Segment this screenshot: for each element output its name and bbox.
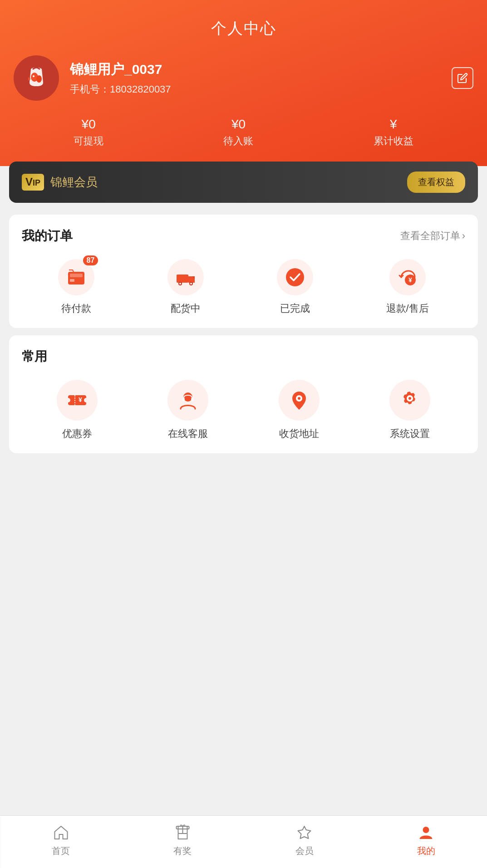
svg-point-9 [179,283,181,284]
mine-icon [417,823,436,842]
profile-info: 锦鲤用户_0037 手机号：18032820037 [70,60,452,96]
member-icon [295,823,314,842]
svg-point-12 [286,268,304,286]
edit-icon[interactable] [452,67,473,89]
svg-rect-5 [70,274,83,277]
nav-item-prize[interactable]: 有奖 [122,823,243,857]
shipping-label: 配货中 [171,302,201,315]
svg-point-11 [190,283,192,284]
nav-item-mine[interactable]: 我的 [365,823,487,857]
order-icon-completed-wrap [277,259,313,295]
svg-point-3 [33,75,34,77]
tools-card: 常用 ¥ 优惠券 [9,335,478,453]
order-item-refund[interactable]: ¥ 退款/售后 [386,259,429,315]
vip-banner[interactable]: VIP 锦鲤会员 查看权益 [9,162,478,203]
vip-benefits-button[interactable]: 查看权益 [407,172,465,193]
home-icon [51,823,70,842]
service-label: 在线客服 [168,427,208,441]
nav-label-mine: 我的 [417,845,435,857]
header-section: 个人中心 锦鲤用户_0037 手机号：18032820037 [0,0,487,166]
completed-label: 已完成 [280,302,310,315]
order-icons-row: 87 待付款 [22,259,465,315]
completed-icon [277,259,313,295]
vip-left: VIP 锦鲤会员 [22,174,98,191]
svg-text:¥: ¥ [79,396,82,403]
service-icon [167,380,208,421]
order-item-completed[interactable]: 已完成 [277,259,313,315]
orders-card: 我的订单 查看全部订单 › 87 [9,215,478,328]
pending-payment-badge: 87 [83,255,98,265]
settings-label: 系统设置 [390,427,430,441]
svg-rect-22 [191,398,193,401]
order-icon-shipping-wrap [167,259,204,295]
nav-item-home[interactable]: 首页 [0,823,122,857]
content-area: 我的订单 查看全部订单 › 87 [0,215,487,687]
svg-rect-21 [182,398,185,401]
username: 锦鲤用户_0037 [70,60,452,79]
tools-icons-row: ¥ 优惠券 在线客服 [22,380,465,441]
order-icon-pending-payment-wrap: 87 [58,259,94,295]
svg-point-24 [298,397,300,400]
order-icon-refund-wrap: ¥ [389,259,426,295]
tool-item-settings[interactable]: 系统设置 [389,380,430,441]
svg-rect-15 [68,395,86,405]
order-item-pending-payment[interactable]: 87 待付款 [58,259,94,315]
bottom-nav: 首页 有奖 会员 我的 [0,815,487,868]
order-item-shipping[interactable]: 配货中 [167,259,204,315]
shipping-icon [167,259,204,295]
tool-item-service[interactable]: 在线客服 [167,380,208,441]
stat-pending[interactable]: ¥0 待入账 [223,117,253,148]
nav-label-home: 首页 [52,845,70,857]
profile-row: 锦鲤用户_0037 手机号：18032820037 [14,55,473,101]
phone: 手机号：18032820037 [70,83,452,96]
pending-payment-label: 待付款 [61,302,91,315]
empty-area [0,461,487,642]
orders-card-header: 我的订单 查看全部订单 › [22,227,465,245]
svg-point-17 [84,398,89,402]
view-all-orders-link[interactable]: 查看全部订单 › [400,229,465,243]
stat-total[interactable]: ¥ 累计收益 [374,117,413,148]
svg-point-26 [408,397,411,400]
stat-withdrawable[interactable]: ¥0 可提现 [74,117,103,148]
address-label: 收货地址 [279,427,319,441]
chevron-right-icon: › [462,230,465,242]
coupon-icon: ¥ [57,380,98,421]
svg-rect-6 [70,279,74,282]
address-icon [279,380,320,421]
settings-icon [389,380,430,421]
prize-icon [173,823,192,842]
vip-badge: VIP [22,174,44,191]
refund-label: 退款/售后 [386,302,429,315]
svg-point-2 [36,75,42,83]
tool-item-coupon[interactable]: ¥ 优惠券 [57,380,98,441]
page-title: 个人中心 [14,18,473,39]
orders-title: 我的订单 [22,227,73,245]
svg-point-29 [423,827,429,833]
nav-label-prize: 有奖 [173,845,192,857]
tools-title: 常用 [22,348,47,365]
coupon-label: 优惠券 [62,427,92,441]
refund-icon: ¥ [389,259,426,295]
stats-row: ¥0 可提现 ¥0 待入账 ¥ 累计收益 [14,117,473,152]
nav-item-member[interactable]: 会员 [244,823,365,857]
nav-label-member: 会员 [295,845,314,857]
tools-card-header: 常用 [22,348,465,365]
svg-rect-7 [177,275,188,283]
svg-text:¥: ¥ [408,276,412,284]
svg-point-16 [66,398,70,402]
tool-item-address[interactable]: 收货地址 [279,380,320,441]
avatar[interactable] [14,55,59,101]
vip-name: 锦鲤会员 [50,174,98,190]
